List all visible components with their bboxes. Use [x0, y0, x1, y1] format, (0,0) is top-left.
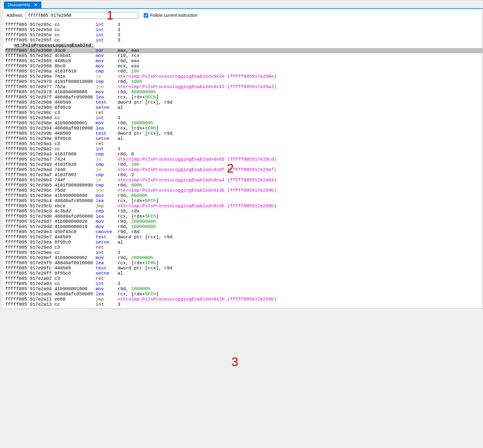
disasm-line[interactable]: fffff805`917e29e3 450f45c8 cmovne r9d, r… — [5, 229, 482, 235]
follow-instruction-checkbox[interactable] — [144, 13, 148, 18]
mnemonic: int — [96, 281, 118, 286]
disasm-line[interactable]: fffff805`917e29ad 7440 je ntkrnlmp!PsIsP… — [5, 167, 482, 172]
tab-disassembly[interactable]: Disassembly ✕ — [4, 2, 41, 8]
disasm-line[interactable]: fffff805`917e29a7 7424 je ntkrnlmp!PsIsP… — [5, 157, 482, 162]
mnemonic: setne — [96, 240, 118, 245]
disassembly-listing[interactable]: fffff805`917e295c cc int 3fffff805`917e2… — [4, 22, 482, 307]
disasm-line[interactable]: fffff805`917e2979 41b900000080 mov r9d, … — [5, 90, 482, 95]
mnemonic: lea — [96, 292, 118, 297]
disasm-line[interactable]: fffff805`917e29bc 75dd jne ntkrnlmp!PsIs… — [5, 188, 482, 193]
mnemonic: cmp — [96, 69, 118, 74]
operand: r10, rdx — [118, 209, 139, 214]
disasm-line[interactable]: fffff805`917e298d cc int 3 — [5, 116, 482, 121]
address: fffff805`917e298d — [5, 116, 55, 121]
address: fffff805`917e2994 — [5, 126, 55, 131]
disasm-line[interactable]: fffff805`917e2989 0f95c0 setne al — [5, 105, 482, 110]
follow-instruction-label: Follow current instruction — [150, 13, 198, 18]
operand: al — [118, 271, 123, 276]
disasm-line[interactable]: fffff805`917e29ff 0f95c0 setne al — [5, 271, 482, 276]
operand: al — [118, 240, 123, 245]
disasm-line[interactable]: fffff805`917e29cb ebce jmp ntkrnlmp!PsIs… — [5, 204, 482, 209]
disasm-line[interactable]: fffff805`917e29fc 448509 test dword ptr … — [5, 266, 482, 271]
operand: 5FCh — [145, 95, 156, 100]
disasm-line[interactable]: fffff805`917e2960 33c0 xor eax, eax — [5, 48, 482, 53]
disasm-line[interactable]: fffff805`917e2a04 41b900001000 mov r9d, … — [5, 286, 482, 292]
disasm-line[interactable]: fffff805`917e29be 41b900000800 mov r9d, … — [5, 193, 482, 198]
disasm-line[interactable]: fffff805`917e29ef 41b900000002 mov r9d, … — [5, 255, 482, 261]
address: fffff805`917e299b — [5, 131, 55, 136]
disasm-line[interactable]: fffff805`917e2977 752a jne ntkrnlmp!PsIs… — [5, 84, 482, 90]
disasm-line[interactable]: fffff805`917e29e7 448509 test dword ptr … — [5, 235, 482, 240]
disasm-line[interactable]: fffff805`917e29a2 cc int 3 — [5, 147, 482, 152]
disasm-line[interactable]: fffff805`917e2970 4181f800010000 cmp r8d… — [5, 79, 482, 84]
address: fffff805`917e29ee — [5, 250, 55, 255]
address: fffff805`917e29f5 — [5, 261, 55, 266]
disasm-line[interactable]: fffff805`917e2a13 cc int 3 — [5, 302, 482, 307]
disasm-line[interactable]: fffff805`917e29f5 488d8af0010000 lea rcx… — [5, 261, 482, 266]
disasm-line[interactable]: fffff805`917e29c4 488d8afc050000 lea rcx… — [5, 198, 482, 204]
address: fffff805`917e29a2 — [5, 147, 55, 152]
disasm-line[interactable]: fffff805`917e298e 41b900000001 mov r9d, … — [5, 121, 482, 126]
disasm-line[interactable]: fffff805`917e29ed c3 ret — [5, 245, 482, 250]
operand: r9d, — [118, 255, 131, 261]
operand: r9d, — [118, 219, 131, 224]
close-icon[interactable]: ✕ — [34, 2, 38, 7]
mnemonic: int — [96, 33, 118, 38]
disasm-line[interactable]: fffff805`917e295d cc int 3 — [5, 27, 482, 33]
mnemonic: lea — [96, 126, 118, 131]
disasm-line[interactable]: fffff805`917e298c c3 ret — [5, 110, 482, 116]
opcode-bytes: 41b900000002 — [55, 255, 96, 261]
mnemonic: mov — [96, 224, 118, 229]
disasm-line[interactable]: fffff805`917e29a1 c3 ret — [5, 141, 482, 147]
disasm-line[interactable]: fffff805`917e29af 4183f802 cmp r8d, 2 — [5, 172, 482, 178]
disasm-line[interactable]: fffff805`917e296e 741e je ntkrnlmp!PsIsP… — [5, 74, 482, 79]
opcode-bytes: cc — [55, 281, 96, 286]
disasm-line[interactable]: fffff805`917e29d7 41b900000020 mov r9d, … — [5, 219, 482, 224]
mnemonic: cmp — [96, 183, 118, 188]
operand: r9d, — [118, 121, 131, 126]
disasm-line[interactable]: fffff805`917e297f 488d8afc050000 lea rcx… — [5, 95, 482, 100]
opcode-bytes: 741e — [55, 74, 96, 79]
disasm-line[interactable]: fffff805`917e29a3 4183f808 cmp r8d, 8 — [5, 152, 482, 157]
opcode-bytes: 4183f808 — [55, 152, 96, 157]
address: fffff805`917e2a0a — [5, 292, 55, 297]
address: fffff805`917e29e7 — [5, 235, 55, 240]
disasm-line[interactable]: fffff805`917e29d0 488d8afc050000 lea rcx… — [5, 214, 482, 219]
address: fffff805`917e29ed — [5, 245, 55, 250]
disasm-line[interactable]: fffff805`917e2994 488d8af0010000 lea rcx… — [5, 126, 482, 131]
disasm-line[interactable]: fffff805`917e2a03 cc int 3 — [5, 281, 482, 286]
disasm-line[interactable]: fffff805`917e29cd 4c3bd2 cmp r10, rdx — [5, 209, 482, 214]
disasm-line[interactable]: fffff805`917e295e cc int 3 — [5, 33, 482, 38]
disasm-line[interactable]: fffff805`917e2965 448bc8 mov r9d, eax — [5, 59, 482, 64]
disasm-line[interactable]: fffff805`917e299b 448509 test dword ptr … — [5, 131, 482, 136]
address: fffff805`917e29ad — [5, 167, 55, 172]
disasm-line[interactable]: fffff805`917e2968 8bc8 mov ecx, eax — [5, 64, 482, 69]
disasm-line[interactable]: fffff805`917e29b5 4181f800080000 cmp r8d… — [5, 183, 482, 188]
disasm-line[interactable]: fffff805`917e2a02 c3 ret — [5, 276, 482, 281]
address-input[interactable] — [26, 12, 138, 19]
disasm-line[interactable]: fffff805`917e29ea 0f95c0 setne al — [5, 240, 482, 245]
disasm-line[interactable]: fffff805`917e2986 448509 test dword ptr … — [5, 100, 482, 105]
disasm-line[interactable]: fffff805`917e2a0a 488d8afc050000 lea rcx… — [5, 292, 482, 297]
opcode-bytes: c3 — [55, 141, 96, 147]
disasm-line[interactable]: fffff805`917e299e 0f95c0 setne al — [5, 136, 482, 141]
disasm-line[interactable]: fffff805`917e29a9 4183f820 cmp r8d, 20h — [5, 162, 482, 167]
disasm-line[interactable]: fffff805`917e296a 4183f810 cmp r8d, 10h — [5, 69, 482, 74]
disasm-line[interactable]: fffff805`917e295c cc int 3 — [5, 22, 482, 27]
mnemonic: jne — [96, 188, 118, 193]
disasm-line[interactable]: fffff805`917e29b3 744f je ntkrnlmp!PsIsP… — [5, 178, 482, 183]
disasm-line[interactable]: fffff805`917e29dd 41b800000010 mov r8d, … — [5, 224, 482, 229]
opcode-bytes: cc — [55, 22, 96, 27]
operand: 3 — [118, 116, 120, 121]
mnemonic: int — [96, 147, 118, 152]
annotation-marker: 2 — [227, 162, 234, 175]
opcode-bytes: 41b900000800 — [55, 193, 96, 198]
operand: r8d, — [118, 79, 131, 84]
opcode-bytes: 41b800000010 — [55, 224, 96, 229]
address: fffff805`917e2968 — [5, 64, 55, 69]
address: fffff805`917e297f — [5, 95, 55, 100]
disasm-line[interactable]: fffff805`917e2962 4c8bd1 mov r10, rcx — [5, 53, 482, 59]
disasm-line[interactable]: fffff805`917e295f cc int 3 — [5, 38, 482, 43]
disasm-line[interactable]: fffff805`917e29ee cc int 3 — [5, 250, 482, 255]
disasm-line[interactable]: fffff805`917e2a11 eb88 jmp ntkrnlmp!PsIs… — [5, 297, 482, 302]
